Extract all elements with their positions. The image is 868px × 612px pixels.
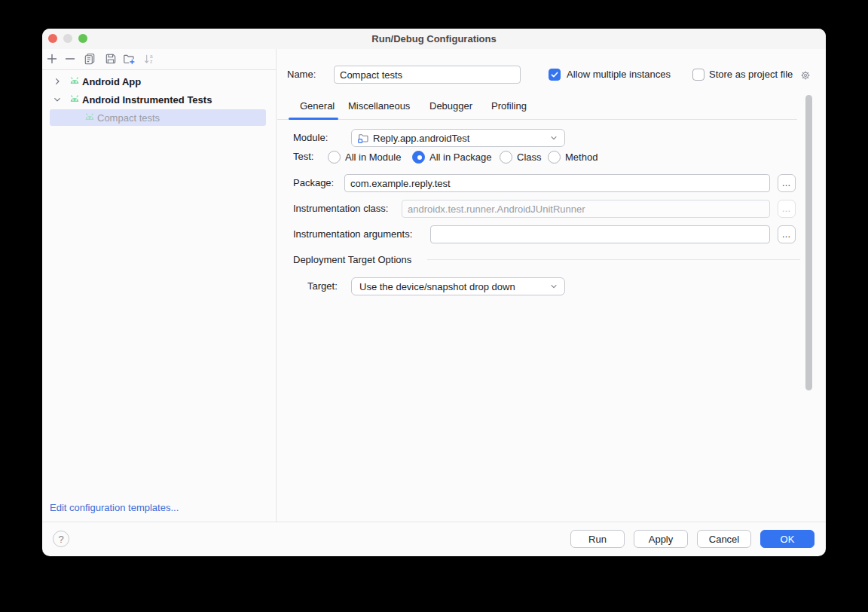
android-icon <box>84 112 96 124</box>
remove-configuration-button[interactable] <box>62 50 78 67</box>
copy-configuration-button[interactable] <box>81 50 98 67</box>
radio-method[interactable]: Method <box>548 148 598 166</box>
package-label: Package: <box>293 174 334 192</box>
radio-all-in-module[interactable]: All in Module <box>328 148 401 166</box>
zoom-button[interactable] <box>78 34 87 43</box>
edit-configuration-templates-link[interactable]: Edit configuration templates... <box>50 502 179 513</box>
sort-configurations-button[interactable]: a z <box>141 50 157 67</box>
target-value: Use the device/snapshot drop down <box>359 281 515 292</box>
tab-miscellaneous[interactable]: Miscellaneous <box>348 95 410 118</box>
tree-item-label: Android App <box>82 76 141 87</box>
android-icon <box>69 93 81 106</box>
add-configuration-button[interactable] <box>44 50 60 67</box>
radio-label: All in Package <box>429 151 491 163</box>
save-configuration-button[interactable] <box>102 50 119 67</box>
new-folder-button[interactable] <box>121 50 137 67</box>
radio-label: Class <box>517 151 542 163</box>
radio-class[interactable]: Class <box>500 148 542 166</box>
module-dropdown[interactable]: Reply.app.androidTest <box>351 129 565 147</box>
module-label: Module: <box>293 129 328 147</box>
module-value: Reply.app.androidTest <box>373 133 469 144</box>
section-separator <box>427 259 800 260</box>
instrumentation-class-browse-button: … <box>778 200 796 218</box>
save-icon <box>105 53 117 65</box>
tree-item-label: Android Instrumented Tests <box>82 94 212 106</box>
run-button[interactable]: Run <box>570 530 625 548</box>
deployment-target-options-header: Deployment Target Options <box>293 251 411 269</box>
minimize-button <box>63 34 72 43</box>
radio-label: Method <box>565 151 598 163</box>
instrumentation-arguments-label: Instrumentation arguments: <box>293 225 412 243</box>
gear-icon[interactable] <box>800 70 811 84</box>
ok-button[interactable]: OK <box>760 530 815 548</box>
radio-all-in-package[interactable]: All in Package <box>412 148 491 166</box>
tab-profiling[interactable]: Profiling <box>491 95 527 118</box>
store-as-project-file-label[interactable]: Store as project file <box>709 66 793 84</box>
chevron-down-icon <box>549 133 558 142</box>
svg-text:z: z <box>150 59 152 64</box>
instrumentation-arguments-input[interactable] <box>430 225 770 243</box>
tab-general[interactable]: General <box>300 95 335 118</box>
target-label: Target: <box>307 277 338 295</box>
tab-debugger[interactable]: Debugger <box>429 95 472 118</box>
instrumentation-class-input[interactable] <box>402 200 770 218</box>
store-as-project-file-checkbox[interactable] <box>692 69 704 81</box>
radio-icon <box>328 151 341 164</box>
instrumentation-class-label: Instrumentation class: <box>293 200 388 218</box>
package-browse-button[interactable]: … <box>778 174 796 192</box>
minus-icon <box>64 53 76 65</box>
run-debug-configurations-dialog: Run/Debug Configurations a <box>42 29 826 556</box>
module-folder-icon <box>357 132 369 144</box>
sidebar-divider <box>276 49 277 522</box>
toolbar-separator <box>42 69 276 70</box>
footer-separator <box>42 522 826 522</box>
chevron-down-icon[interactable] <box>53 95 62 104</box>
apply-button[interactable]: Apply <box>634 530 688 548</box>
chevron-down-icon <box>549 282 558 291</box>
dialog-title: Run/Debug Configurations <box>42 29 826 49</box>
active-tab-underline <box>289 118 338 120</box>
chevron-right-icon[interactable] <box>53 77 62 86</box>
android-icon <box>69 75 81 87</box>
allow-multiple-instances-label[interactable]: Allow multiple instances <box>567 66 671 84</box>
svg-text:a: a <box>150 54 153 59</box>
help-button[interactable]: ? <box>53 531 69 547</box>
tree-item-android-app[interactable]: Android App <box>50 72 266 90</box>
tree-item-android-instrumented-tests[interactable]: Android Instrumented Tests <box>50 90 266 109</box>
target-dropdown[interactable]: Use the device/snapshot drop down <box>351 277 565 295</box>
tree-item-label: Compact tests <box>97 112 160 124</box>
radio-icon <box>548 151 561 164</box>
new-folder-icon <box>123 53 135 65</box>
name-input[interactable] <box>334 66 521 84</box>
test-label: Test: <box>293 148 313 166</box>
instrumentation-arguments-browse-button[interactable]: … <box>778 225 796 243</box>
radio-icon <box>500 151 512 164</box>
radio-icon-selected <box>412 151 425 164</box>
vertical-scrollbar[interactable] <box>805 95 812 390</box>
titlebar: Run/Debug Configurations <box>42 29 826 49</box>
tree-item-compact-tests-selected[interactable]: Compact tests <box>50 109 266 126</box>
name-label: Name: <box>287 66 316 84</box>
package-input[interactable] <box>344 174 770 192</box>
cancel-button[interactable]: Cancel <box>697 530 751 548</box>
check-icon <box>550 70 559 79</box>
copy-icon <box>84 53 96 65</box>
close-button[interactable] <box>48 34 57 43</box>
plus-icon <box>46 53 58 65</box>
radio-label: All in Module <box>345 151 401 163</box>
tab-bar-border <box>277 119 797 120</box>
allow-multiple-instances-checkbox[interactable] <box>549 69 561 81</box>
sort-az-icon: a z <box>143 53 155 65</box>
